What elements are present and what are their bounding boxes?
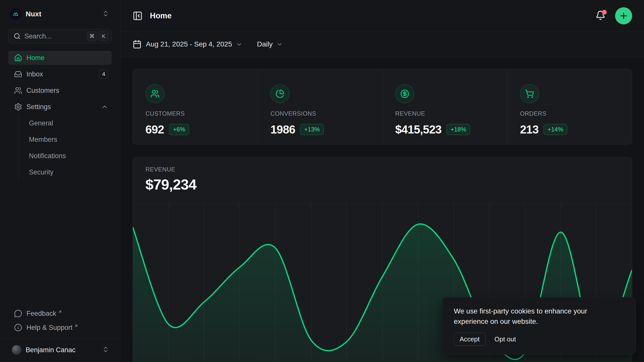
sidebar-divider: [0, 339, 120, 339]
sidebar: Nuxt Search... ⌘ K Home Inbox 4: [0, 0, 120, 362]
page-header: Home: [120, 0, 644, 32]
chevron-down-icon: [236, 41, 243, 48]
stat-label: CONVERSIONS: [270, 110, 375, 117]
users-icon: [145, 84, 165, 103]
arrow-up-right-icon: [58, 310, 62, 314]
sidebar-item-home[interactable]: Home: [8, 51, 112, 65]
page-title: Home: [150, 11, 172, 20]
workspace-switcher[interactable]: Nuxt: [8, 6, 112, 22]
filters-toolbar: Aug 21, 2025 - Sep 4, 2025 Daily: [120, 32, 644, 57]
arrow-up-right-icon: [74, 324, 78, 328]
gear-icon: [14, 103, 22, 111]
main-area: Home Aug 21, 2025 - Sep 4, 2025 Daily: [120, 0, 644, 362]
user-menu[interactable]: Benjamin Canac: [8, 342, 112, 358]
stat-label: REVENUE: [395, 110, 500, 117]
stat-customers: CUSTOMERS 692 +6%: [133, 69, 258, 144]
stat-delta-badge: +14%: [544, 124, 567, 135]
inbox-icon: [14, 70, 22, 78]
stat-conversions: CONVERSIONS 1986 +13%: [258, 69, 382, 144]
message-circle-icon: [14, 309, 22, 318]
sidebar-item-label: Home: [26, 54, 45, 62]
kbd-k: K: [99, 31, 108, 41]
home-icon: [14, 54, 22, 62]
kbd-cmd: ⌘: [87, 31, 97, 41]
help-support-link[interactable]: Help & Support: [8, 321, 112, 335]
chevrons-up-down-icon: [102, 10, 109, 18]
sidebar-item-label: Customers: [26, 87, 59, 95]
sidebar-item-security[interactable]: Security: [26, 165, 112, 179]
search-input[interactable]: Search... ⌘ K: [8, 29, 112, 43]
sidebar-item-notifications[interactable]: Notifications: [26, 149, 112, 163]
stat-delta-badge: +13%: [300, 124, 324, 135]
chevrons-up-down-icon: [102, 346, 109, 354]
nuxt-logo-icon: [10, 8, 21, 20]
feedback-link[interactable]: Feedback: [8, 306, 112, 321]
stats-row: CUSTOMERS 692 +6% CONVERSIONS 1986 +13%: [133, 69, 632, 145]
stat-label: ORDERS: [520, 110, 624, 117]
sidebar-item-label: Settings: [26, 103, 51, 111]
stat-revenue: REVENUE $415,523 +18%: [382, 69, 507, 144]
plus-icon: [619, 11, 628, 21]
sidebar-item-inbox[interactable]: Inbox 4: [8, 67, 112, 81]
dollar-circle-icon: [395, 84, 414, 103]
feedback-label: Feedback: [26, 310, 56, 318]
cookie-accept-button[interactable]: Accept: [454, 333, 486, 346]
search-icon: [14, 33, 21, 40]
notification-dot: [602, 10, 607, 15]
inbox-count-badge: 4: [99, 70, 108, 79]
stat-value: 1986: [270, 123, 295, 136]
period-value: Daily: [257, 40, 273, 48]
settings-subnav: General Members Notifications Security: [19, 116, 112, 179]
sidebar-collapse-button[interactable]: [133, 10, 144, 21]
stat-value: 692: [145, 123, 164, 136]
sidebar-spacer: [8, 179, 112, 306]
stat-label: CUSTOMERS: [145, 110, 250, 117]
avatar: [12, 345, 21, 355]
stat-value: 213: [520, 123, 539, 136]
search-shortcut: ⌘ K: [87, 31, 108, 41]
stat-value: $415,523: [395, 123, 441, 136]
workspace-name: Nuxt: [26, 10, 41, 18]
cookie-banner: We use first-party cookies to enhance yo…: [442, 297, 636, 354]
stat-delta-badge: +6%: [169, 124, 189, 135]
dashboard-app: Nuxt Search... ⌘ K Home Inbox 4: [0, 0, 644, 362]
sidebar-item-settings[interactable]: Settings: [8, 100, 112, 114]
sidebar-item-general[interactable]: General: [26, 116, 112, 130]
add-button[interactable]: [615, 7, 632, 24]
sidebar-item-label: Inbox: [26, 70, 43, 78]
revenue-chart-label: REVENUE: [145, 166, 619, 173]
search-placeholder: Search...: [24, 32, 52, 40]
pie-chart-icon: [270, 84, 290, 103]
cookie-optout-button[interactable]: Opt out: [495, 335, 516, 343]
chevron-down-icon: [276, 41, 283, 48]
revenue-chart-total: $79,234: [145, 176, 619, 193]
sidebar-nav: Home Inbox 4 Customers Settings General: [8, 51, 112, 179]
stat-delta-badge: +18%: [447, 124, 470, 135]
stat-orders: ORDERS 213 +14%: [507, 69, 632, 144]
info-icon: [14, 324, 22, 332]
panel-left-close-icon: [133, 11, 143, 21]
sidebar-item-members[interactable]: Members: [26, 132, 112, 147]
notifications-button[interactable]: [594, 10, 607, 22]
shopping-cart-icon: [520, 84, 539, 103]
cookie-message: We use first-party cookies to enhance yo…: [454, 306, 610, 327]
date-range-value: Aug 21, 2025 - Sep 4, 2025: [146, 40, 232, 48]
date-range-picker[interactable]: Aug 21, 2025 - Sep 4, 2025: [133, 40, 243, 49]
user-name: Benjamin Canac: [26, 346, 75, 354]
chevron-up-icon: [101, 103, 108, 110]
calendar-icon: [133, 40, 142, 49]
period-select[interactable]: Daily: [257, 40, 283, 48]
header-actions: [594, 7, 632, 24]
help-support-label: Help & Support: [26, 324, 72, 332]
users-icon: [14, 86, 22, 95]
sidebar-item-customers[interactable]: Customers: [8, 83, 112, 98]
